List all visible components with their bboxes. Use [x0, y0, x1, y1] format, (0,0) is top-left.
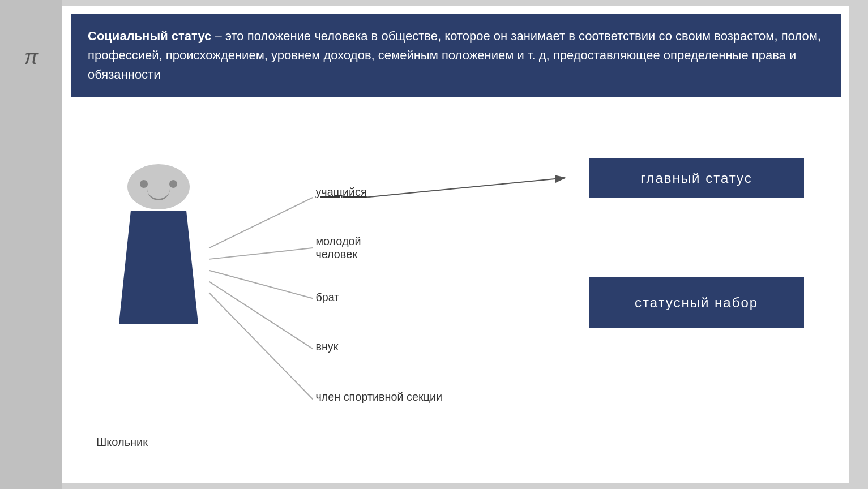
svg-line-3	[209, 281, 313, 349]
svg-line-5	[364, 178, 566, 198]
sidebar: π	[0, 0, 62, 489]
person-figure	[119, 164, 198, 324]
main-status-label: главный статус	[640, 170, 752, 186]
svg-text:брат: брат	[315, 291, 339, 303]
figure-label: Школьник	[96, 436, 148, 449]
person-smile	[147, 189, 170, 200]
status-set-box: статусный набор	[589, 277, 804, 328]
person-eye-right	[169, 180, 177, 188]
svg-line-2	[209, 271, 313, 299]
svg-text:молодой: молодой	[315, 235, 361, 247]
svg-text:учащийся: учащийся	[315, 186, 366, 198]
svg-text:внук: внук	[315, 340, 338, 353]
svg-line-0	[209, 198, 313, 248]
definition-box: Социальный статус – это положение челове…	[71, 14, 841, 97]
pi-icon: π	[24, 45, 38, 69]
person-head	[127, 164, 190, 209]
main-status-box: главный статус	[589, 158, 804, 198]
status-set-label: статусный набор	[635, 295, 758, 311]
slide: Социальный статус – это положение челове…	[62, 6, 849, 483]
person-body	[119, 211, 198, 324]
svg-line-4	[209, 293, 313, 399]
svg-line-1	[209, 248, 313, 259]
svg-text:человек: человек	[315, 248, 357, 260]
definition-dash: –	[211, 29, 225, 43]
diagram-area: Школьник учащийся	[62, 136, 849, 483]
person-eye-left	[140, 180, 148, 188]
definition-term: Социальный статус	[88, 29, 211, 43]
svg-text:член  спортивной  секции: член спортивной секции	[315, 391, 442, 403]
